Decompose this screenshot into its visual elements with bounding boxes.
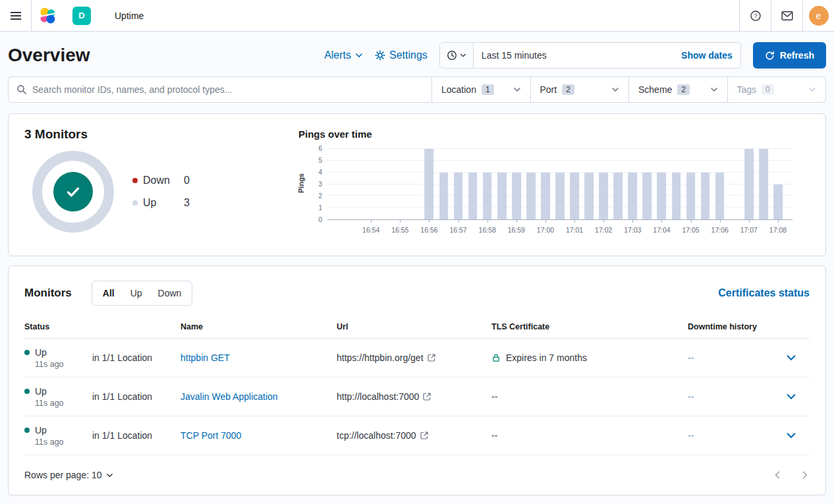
status-cell: Up 11s ago (24, 347, 92, 369)
ping-bar (468, 173, 478, 219)
url-cell: https://httpbin.org/get (337, 352, 491, 363)
search-filter-bar: Location 1 Port 2 Scheme 2 (8, 76, 826, 103)
monitors-count-title: 3 Monitors (24, 127, 288, 142)
user-avatar: e (809, 6, 829, 26)
snapshot-legend: Down 0 Up 3 (132, 175, 190, 209)
ping-bar (425, 149, 434, 219)
tls-cell: Expires in 7 months (491, 352, 688, 363)
search-input[interactable] (32, 84, 424, 95)
svg-text:?: ? (754, 13, 757, 19)
ping-bar (526, 173, 536, 219)
pings-over-time-section: Pings over time Pings 0123456 16:5416:55… (288, 127, 810, 241)
filter-tags-button: Tags 0 (727, 77, 826, 102)
status-ago: 11s ago (35, 399, 92, 408)
downtime-cell: -- (688, 352, 782, 363)
monitors-title: Monitors (24, 287, 72, 300)
monitor-name-link[interactable]: TCP Port 7000 (181, 430, 337, 441)
status-cell: Up 11s ago (24, 386, 92, 408)
next-page-button[interactable] (800, 470, 810, 480)
ping-bar (555, 173, 565, 219)
envelope-icon (781, 11, 793, 21)
legend-up: Up 3 (132, 197, 190, 209)
col-downtime: Downtime history (688, 322, 782, 331)
up-status-dot-icon (24, 350, 30, 355)
help-button[interactable]: ? (739, 0, 771, 31)
space-switcher[interactable]: D (63, 0, 100, 31)
prev-page-button[interactable] (773, 470, 782, 480)
ping-bar (584, 173, 594, 219)
filter-port-count: 2 (562, 84, 574, 95)
pings-chart-ylabel: Pings (297, 163, 305, 203)
url-text: https://httpbin.org/get (337, 352, 424, 363)
uptime-overview-page: Overview Alerts Settings (0, 32, 834, 495)
status-label: Up (35, 347, 47, 358)
pings-chart-yaxis: 0123456 (308, 149, 325, 220)
external-link-icon[interactable] (428, 354, 435, 362)
rows-per-page-label: Rows per page: 10 (24, 470, 102, 480)
tab-up[interactable]: Up (123, 281, 150, 305)
ping-bar (570, 173, 579, 219)
settings-button[interactable]: Settings (375, 49, 428, 61)
chevron-down-icon (710, 86, 718, 94)
filter-location-label: Location (441, 84, 476, 95)
tab-down[interactable]: Down (150, 281, 190, 305)
clock-icon (447, 50, 457, 61)
show-dates-button[interactable]: Show dates (673, 43, 740, 68)
ping-bar (657, 173, 667, 219)
status-donut-chart (32, 151, 114, 233)
filter-tags-count: 0 (762, 84, 774, 95)
filter-tags-label: Tags (737, 84, 757, 95)
status-ago: 11s ago (35, 437, 92, 447)
tab-all[interactable]: All (95, 281, 123, 305)
filter-port-label: Port (540, 84, 557, 95)
breadcrumb[interactable]: Uptime (100, 0, 144, 31)
quick-select-button[interactable] (440, 43, 474, 68)
table-footer: Rows per page: 10 (9, 455, 825, 495)
page-title: Overview (8, 42, 90, 69)
chevron-down-icon (808, 86, 816, 94)
up-status-dot-icon (24, 389, 30, 394)
monitor-name-link[interactable]: Javalin Web Application (181, 391, 337, 402)
external-link-icon[interactable] (420, 432, 428, 439)
legend-down: Down 0 (132, 175, 190, 186)
tls-cell: -- (491, 430, 688, 441)
filter-scheme-button[interactable]: Scheme 2 (628, 77, 727, 102)
search-box (8, 76, 432, 103)
top-bar: D Uptime ? e (0, 0, 834, 32)
up-value: 3 (184, 197, 190, 209)
ping-bar (701, 173, 710, 219)
expand-row-button[interactable] (782, 349, 800, 367)
pings-chart-plot (327, 149, 792, 220)
location-cell: in 1/1 Location (92, 352, 181, 363)
expand-row-button[interactable] (782, 387, 800, 406)
ping-bar (454, 173, 463, 219)
page-header: Overview Alerts Settings (8, 32, 826, 76)
refresh-button[interactable]: Refresh (753, 42, 826, 69)
tls-text: Expires in 7 months (506, 352, 587, 363)
external-link-icon[interactable] (423, 393, 431, 401)
down-value: 0 (184, 175, 190, 186)
time-range-button[interactable]: Last 15 minutes (474, 43, 673, 68)
snapshot-panel: 3 Monitors Down 0 (8, 113, 826, 256)
location-cell: in 1/1 Location (92, 391, 181, 402)
newsfeed-button[interactable] (771, 0, 802, 31)
all-up-indicator (53, 172, 93, 211)
col-url: Url (337, 322, 491, 331)
status-filter-tabs: All Up Down (92, 281, 193, 306)
menu-button[interactable] (0, 0, 32, 31)
monitor-name-link[interactable]: httpbin GET (181, 352, 337, 363)
filter-port-button[interactable]: Port 2 (530, 77, 629, 102)
elastic-logo[interactable] (32, 0, 63, 31)
ping-bar (642, 173, 652, 219)
user-menu-button[interactable]: e (802, 0, 834, 31)
filter-location-button[interactable]: Location 1 (432, 77, 530, 102)
rows-per-page-button[interactable]: Rows per page: 10 (24, 470, 113, 480)
table-row: Up 11s ago in 1/1 Location TCP Port 7000… (24, 416, 810, 455)
expand-row-button[interactable] (782, 426, 800, 445)
col-status: Status (24, 322, 92, 331)
ping-bar (497, 173, 507, 219)
alerts-dropdown-button[interactable]: Alerts (324, 49, 363, 61)
pings-chart-title: Pings over time (298, 128, 810, 140)
ping-bar (483, 173, 492, 219)
certificates-status-link[interactable]: Certificates status (718, 287, 810, 299)
